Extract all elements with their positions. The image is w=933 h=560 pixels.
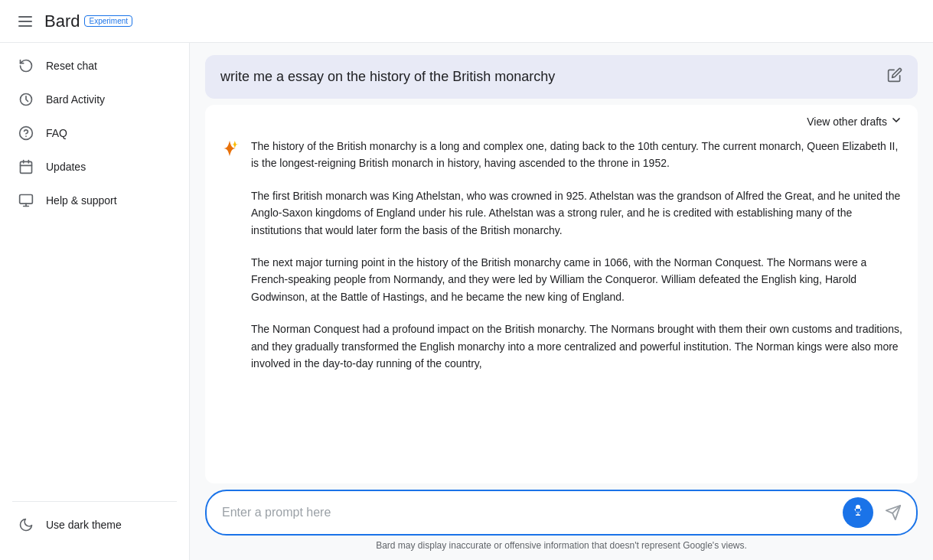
top-bar: Bard Experiment	[0, 0, 933, 43]
response-text: The history of the British monarchy is a…	[251, 138, 902, 468]
response-paragraph-3: The Norman Conquest had a profound impac…	[251, 321, 902, 372]
sidebar-item-updates[interactable]: Updates	[0, 150, 183, 184]
sidebar-item-label: Updates	[46, 161, 86, 173]
sidebar-item-faq[interactable]: FAQ	[0, 116, 183, 150]
response-paragraph-1: The first British monarch was King Athel…	[251, 187, 902, 239]
sidebar-item-help[interactable]: Help & support	[0, 184, 183, 217]
sidebar-item-label: Bard Activity	[46, 93, 105, 106]
reset-icon	[18, 58, 34, 73]
sidebar-divider	[12, 501, 177, 502]
sidebar-bottom: Use dark theme	[0, 508, 189, 554]
content-area: write me a essay on the history of the B…	[190, 43, 933, 560]
disclaimer: Bard may display inaccurate or offensive…	[205, 536, 918, 557]
hamburger-menu-button[interactable]	[12, 10, 38, 33]
moon-icon	[18, 517, 34, 532]
response-paragraph-2: The next major turning point in the hist…	[251, 254, 902, 305]
svg-rect-7	[20, 195, 33, 204]
svg-rect-3	[21, 161, 32, 173]
input-box	[205, 490, 918, 536]
sidebar-item-label: Use dark theme	[46, 519, 122, 531]
faq-icon	[18, 125, 34, 141]
chevron-down-icon	[890, 114, 902, 129]
drafts-header: View other drafts	[205, 105, 918, 138]
response-container: View other drafts The histo	[205, 105, 918, 483]
view-drafts-label: View other drafts	[807, 116, 887, 128]
sidebar-item-dark-theme[interactable]: Use dark theme	[0, 508, 183, 542]
sidebar: Reset chat Bard Activity	[0, 43, 190, 560]
response-body: The history of the British monarchy is a…	[205, 138, 918, 483]
updates-icon	[18, 159, 34, 174]
brand-title: Bard	[44, 11, 80, 31]
sidebar-item-label: FAQ	[46, 127, 67, 139]
send-button[interactable]	[879, 499, 907, 526]
query-text: write me a essay on the history of the B…	[220, 69, 555, 85]
mic-icon	[851, 504, 865, 522]
help-icon	[18, 193, 34, 208]
view-drafts-button[interactable]: View other drafts	[807, 114, 902, 129]
response-paragraph-0: The history of the British monarchy is a…	[251, 138, 902, 172]
prompt-input[interactable]	[222, 506, 837, 519]
main-layout: Reset chat Bard Activity	[0, 43, 933, 560]
input-area: Bard may display inaccurate or offensive…	[190, 490, 933, 560]
activity-icon	[18, 92, 34, 107]
query-bar: write me a essay on the history of the B…	[205, 55, 918, 99]
sidebar-item-bard-activity[interactable]: Bard Activity	[0, 83, 183, 116]
bard-sparkle-icon	[220, 139, 239, 468]
mic-button[interactable]	[843, 497, 873, 528]
experiment-badge: Experiment	[84, 15, 132, 27]
sidebar-item-label: Help & support	[46, 194, 117, 207]
edit-query-button[interactable]	[887, 67, 902, 86]
sidebar-item-label: Reset chat	[46, 60, 97, 72]
sidebar-item-reset-chat[interactable]: Reset chat	[0, 49, 183, 83]
sidebar-items: Reset chat Bard Activity	[0, 49, 189, 495]
